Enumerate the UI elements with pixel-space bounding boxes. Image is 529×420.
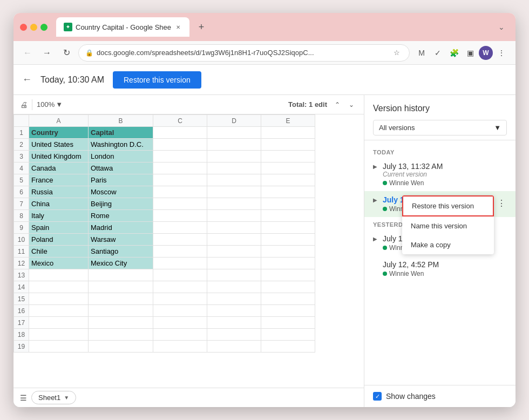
col-header-e[interactable]: E [261,115,315,127]
table-row[interactable]: 6RussiaMoscow [14,186,315,198]
cell-c-14[interactable] [153,281,207,293]
cell-d-15[interactable] [207,293,261,305]
cell-c-2[interactable] [153,139,207,151]
cell-c-5[interactable] [153,174,207,186]
cell-a-4[interactable]: Canada [29,162,89,174]
sheet-content[interactable]: A B C D E 1CountryCapital2United StatesW… [13,114,364,388]
show-changes-checkbox[interactable]: ✓ [373,392,382,401]
cell-a-14[interactable] [29,281,89,293]
cell-c-16[interactable] [153,305,207,317]
print-icon[interactable]: 🖨 [20,100,28,109]
more-options-btn-v2[interactable]: ⋮ [494,195,509,211]
cell-e-12[interactable] [261,258,315,269]
cell-c-10[interactable] [153,234,207,246]
cell-c-4[interactable] [153,162,207,174]
context-menu-name-btn[interactable]: Name this version [402,216,494,235]
table-row[interactable]: 10PolandWarsaw [14,234,315,246]
cell-d-5[interactable] [207,174,261,186]
col-header-a[interactable]: A [29,115,89,127]
col-header-b[interactable]: B [89,115,153,127]
cell-a-15[interactable] [29,293,89,305]
cell-b-7[interactable]: Beijing [89,198,153,210]
window-chevron-icon[interactable]: ⌄ [494,19,509,35]
cell-c-18[interactable] [153,329,207,341]
cell-a-12[interactable]: Mexico [29,258,89,269]
cell-a-5[interactable]: France [29,174,89,186]
cell-d-3[interactable] [207,151,261,162]
cell-d-10[interactable] [207,234,261,246]
cell-b-13[interactable] [89,269,153,281]
cell-a-13[interactable] [29,269,89,281]
cell-c-15[interactable] [153,293,207,305]
back-btn[interactable]: ← [20,45,35,60]
table-row[interactable]: 19 [14,341,315,353]
table-row[interactable]: 2United StatesWashington D.C. [14,139,315,151]
table-row[interactable]: 9SpainMadrid [14,222,315,234]
cell-d-11[interactable] [207,246,261,258]
cell-c-7[interactable] [153,198,207,210]
table-row[interactable]: 7ChinaBeijing [14,198,315,210]
cell-b-16[interactable] [89,305,153,317]
table-row[interactable]: 15 [14,293,315,305]
cell-a-16[interactable] [29,305,89,317]
table-row[interactable]: 11ChileSantiago [14,246,315,258]
cell-d-2[interactable] [207,139,261,151]
cell-d-17[interactable] [207,317,261,329]
cell-b-8[interactable]: Rome [89,210,153,222]
cell-b-4[interactable]: Ottawa [89,162,153,174]
cell-d-19[interactable] [207,341,261,353]
bookmark-icon[interactable]: ☆ [391,47,403,59]
cell-e-13[interactable] [261,269,315,281]
cell-a-9[interactable]: Spain [29,222,89,234]
cell-c-19[interactable] [153,341,207,353]
restore-version-btn[interactable]: Restore this version [113,71,201,89]
cell-d-16[interactable] [207,305,261,317]
minimize-window-btn[interactable] [30,24,37,31]
mail-icon[interactable]: M [414,45,429,60]
table-row[interactable]: 5FranceParis [14,174,315,186]
context-menu-restore-btn[interactable]: Restore this version [402,195,494,216]
cell-d-1[interactable] [207,127,261,139]
table-row[interactable]: 18 [14,329,315,341]
check-icon[interactable]: ✓ [430,45,445,60]
cell-e-14[interactable] [261,281,315,293]
table-row[interactable]: 17 [14,317,315,329]
cell-c-13[interactable] [153,269,207,281]
cell-e-18[interactable] [261,329,315,341]
cell-c-12[interactable] [153,258,207,269]
cell-a-10[interactable]: Poland [29,234,89,246]
maximize-window-btn[interactable] [40,24,48,31]
cell-d-13[interactable] [207,269,261,281]
table-row[interactable]: 4CanadaOttawa [14,162,315,174]
cell-d-12[interactable] [207,258,261,269]
cell-b-11[interactable]: Santiago [89,246,153,258]
cell-e-2[interactable] [261,139,315,151]
sidebar-icon[interactable]: ▣ [463,45,478,60]
cell-a-8[interactable]: Italy [29,210,89,222]
cell-e-11[interactable] [261,246,315,258]
cell-b-17[interactable] [89,317,153,329]
cell-d-8[interactable] [207,210,261,222]
cell-a-19[interactable] [29,341,89,353]
cell-b-3[interactable]: London [89,151,153,162]
cell-c-6[interactable] [153,186,207,198]
cell-a-17[interactable] [29,317,89,329]
cell-c-1[interactable] [153,127,207,139]
prev-edit-btn[interactable]: ⌃ [331,99,343,111]
new-tab-btn[interactable]: + [194,19,209,35]
col-header-d[interactable]: D [207,115,261,127]
cell-a-7[interactable]: China [29,198,89,210]
cell-e-3[interactable] [261,151,315,162]
cell-a-11[interactable]: Chile [29,246,89,258]
cell-b-14[interactable] [89,281,153,293]
cell-a-1[interactable]: Country [29,127,89,139]
puzzle-icon[interactable]: 🧩 [446,45,462,60]
refresh-btn[interactable]: ↻ [59,45,74,60]
active-tab[interactable]: ✦ Country Capital - Google Shee ✕ [56,17,189,37]
table-row[interactable]: 8ItalyRome [14,210,315,222]
table-row[interactable]: 14 [14,281,315,293]
cell-b-1[interactable]: Capital [89,127,153,139]
cell-e-17[interactable] [261,317,315,329]
back-to-sheet-btn[interactable]: ← [22,74,32,85]
more-options-icon[interactable]: ⋮ [494,45,509,60]
